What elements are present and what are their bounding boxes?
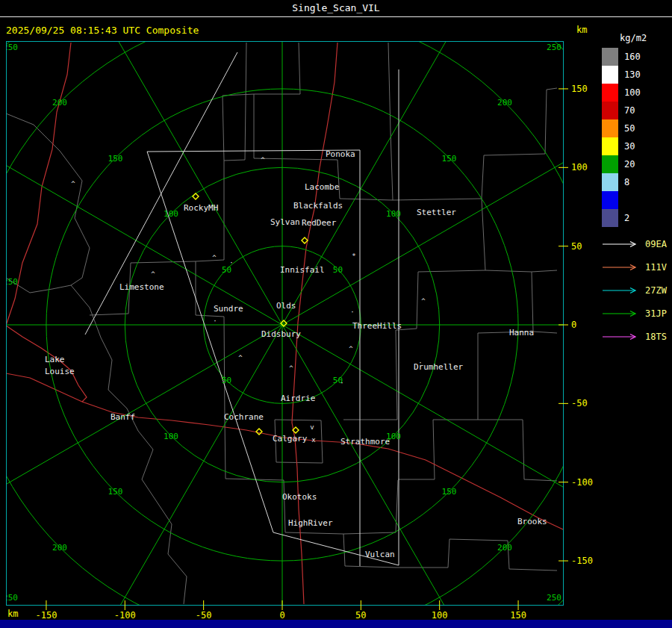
- radar-legend-id: 27ZW: [645, 285, 667, 296]
- colorbar-value: 2: [624, 213, 629, 223]
- city-label: Sylvan: [270, 217, 300, 227]
- colorbar-row: 70: [602, 102, 671, 119]
- svg-text:200: 200: [497, 98, 512, 108]
- city-label: Cochrane: [224, 412, 264, 422]
- city-label: Hanna: [509, 328, 534, 338]
- radar-legend-id: 111V: [645, 262, 667, 273]
- colorbar-row: 8: [602, 173, 671, 191]
- city-label: Airdrie: [281, 394, 315, 403]
- svg-text:^: ^: [349, 345, 353, 352]
- colorbar-row: 50: [602, 119, 671, 137]
- svg-text:^: ^: [289, 364, 293, 372]
- x-axis-tick-label: -100: [114, 610, 136, 621]
- colorbar-swatch: [602, 66, 618, 84]
- bottom-status-bar: [0, 620, 672, 628]
- city-label: Banff: [111, 412, 135, 422]
- colorbar-unit-label: kg/m2: [620, 33, 671, 43]
- city-label: Calgary: [273, 434, 308, 444]
- svg-text:250: 250: [3, 593, 18, 603]
- svg-text:v: v: [310, 423, 314, 431]
- radar-legend-row: 111V: [602, 262, 671, 273]
- svg-text:100: 100: [164, 432, 178, 441]
- radar-map-canvas[interactable]: 5010015020025050100150200250501001502002…: [0, 0, 672, 628]
- svg-text:100: 100: [164, 209, 178, 219]
- svg-text:·: ·: [229, 259, 233, 267]
- y-axis-tick-label: -150: [571, 556, 593, 566]
- colorbar-swatch: [602, 84, 618, 102]
- x-axis-tick-label: 150: [510, 610, 526, 621]
- colorbar-value: 8: [624, 177, 629, 187]
- vil-colorbar: 1601301007050302082: [602, 48, 671, 227]
- svg-text:^: ^: [238, 354, 243, 361]
- svg-text:200: 200: [52, 98, 67, 108]
- svg-text:250: 250: [3, 277, 18, 287]
- radar-arrow-icon: [602, 287, 641, 294]
- radar-id-legend: 09EA111V27ZW31JP18TS: [602, 239, 671, 342]
- y-axis-tick-label: 100: [571, 162, 588, 172]
- radar-site-icon: [256, 429, 262, 435]
- svg-text:200: 200: [497, 543, 512, 553]
- city-label: ThreeHills: [352, 321, 402, 331]
- colorbar-value: 70: [624, 105, 635, 116]
- colorbar-row: 160: [602, 48, 671, 66]
- legend-sidebar: kg/m2 1601301007050302082 09EA111V27ZW31…: [602, 33, 671, 355]
- city-label: Blackfalds: [293, 201, 343, 211]
- colorbar-row: 20: [602, 155, 671, 173]
- svg-text:·: ·: [418, 359, 422, 367]
- svg-text:200: 200: [52, 543, 67, 553]
- svg-text:150: 150: [108, 154, 123, 164]
- svg-text:·: ·: [350, 308, 354, 316]
- city-label: Innisfail: [280, 265, 325, 275]
- x-axis-tick-label: -50: [196, 610, 212, 621]
- colorbar-row: [602, 191, 671, 209]
- colorbar-value: 30: [624, 141, 635, 152]
- x-axis-tick-label: -150: [35, 610, 57, 621]
- radar-arrow-icon: [602, 264, 641, 271]
- y-axis-tick-label: 0: [571, 320, 576, 330]
- svg-text:^: ^: [421, 297, 426, 305]
- svg-text:^: ^: [151, 270, 155, 278]
- svg-text:150: 150: [108, 487, 123, 497]
- colorbar-row: 30: [602, 137, 671, 155]
- colorbar-swatch: [602, 102, 618, 119]
- city-label: Olds: [276, 301, 296, 311]
- city-label: Limestone: [119, 282, 164, 292]
- radar-legend-id: 18TS: [645, 332, 667, 342]
- radar-arrow-icon: [602, 310, 641, 317]
- colorbar-row: 2: [602, 209, 671, 227]
- axis-ticks-and-labels: -150-100-50050100150150100500-50-100-150: [35, 84, 592, 621]
- city-label: Okotoks: [282, 492, 317, 502]
- radar-legend-id: 09EA: [645, 239, 667, 249]
- colorbar-swatch: [602, 137, 618, 155]
- y-axis-tick-label: 50: [571, 241, 582, 252]
- svg-text:^: ^: [261, 156, 265, 164]
- svg-text:50: 50: [222, 376, 231, 385]
- x-axis-tick-label: 50: [355, 610, 366, 621]
- svg-text:150: 150: [442, 487, 457, 497]
- city-label: Sundre: [214, 304, 243, 314]
- y-axis-tick-label: 150: [571, 84, 588, 94]
- svg-text:250: 250: [547, 593, 561, 603]
- colorbar-row: 130: [602, 66, 671, 84]
- colorbar-value: 160: [624, 52, 641, 62]
- svg-text:·: ·: [213, 317, 217, 325]
- radar-legend-row: 27ZW: [602, 285, 671, 296]
- city-label: RedDeer: [302, 218, 337, 228]
- colorbar-swatch: [602, 119, 618, 137]
- city-label: Ponoka: [326, 149, 355, 159]
- svg-text:250: 250: [3, 43, 18, 52]
- city-label: Lacombe: [305, 182, 339, 192]
- colorbar-swatch: [602, 48, 618, 66]
- city-label: Lake: [45, 355, 65, 364]
- radar-site-icon: [302, 237, 308, 243]
- map-layers: 5010015020025050100150200250501001502002…: [0, 0, 672, 628]
- colorbar-row: 100: [602, 84, 671, 102]
- colorbar-value: 50: [624, 123, 635, 134]
- city-label: Strathmore: [340, 437, 390, 447]
- svg-text:50: 50: [333, 265, 343, 275]
- y-axis-tick-label: -50: [571, 398, 588, 408]
- colorbar-swatch: [602, 155, 618, 173]
- radar-legend-row: 31JP: [602, 308, 671, 319]
- colorbar-value: 100: [624, 87, 641, 98]
- colorbar-value: 20: [624, 159, 635, 170]
